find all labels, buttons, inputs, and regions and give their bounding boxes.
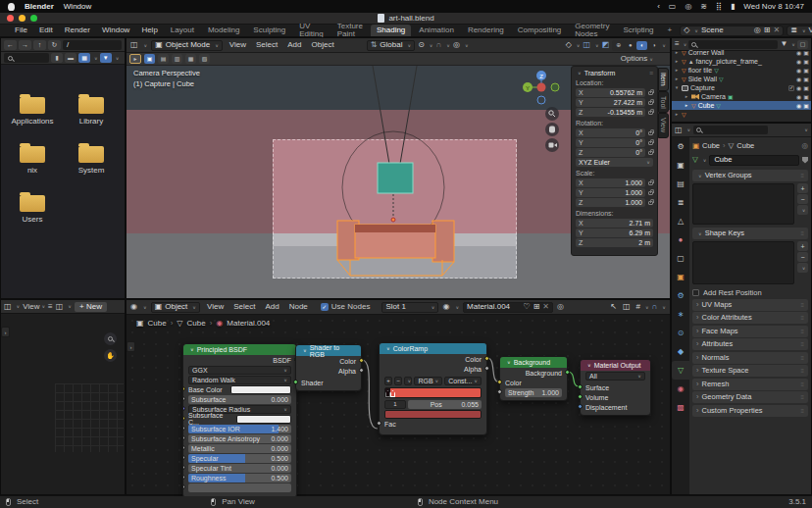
eye-icon[interactable]: ◉ <box>796 94 801 100</box>
panel-color-attributes[interactable]: ›Color Attributes≡ <box>692 312 808 324</box>
path-field[interactable]: / <box>63 40 122 50</box>
shading-solid-button[interactable]: ● <box>625 41 635 50</box>
dimensions-z-field[interactable]: Z2 m <box>576 238 653 247</box>
menu-file[interactable]: File <box>10 26 32 34</box>
menu-render[interactable]: Render <box>60 26 95 34</box>
outliner-row-camera[interactable]: ▸ Camera▣ ◉▣ <box>672 92 811 101</box>
tab-object[interactable]: ▣ <box>672 268 689 286</box>
copy-scene-icon[interactable]: ⊞ <box>764 26 771 34</box>
workspace-tab-animation[interactable]: Animation <box>413 25 460 36</box>
select-mode-invert-button[interactable]: ▦ <box>185 54 196 64</box>
slot-dropdown[interactable]: Slot 1∨ <box>381 302 438 313</box>
outliner-search-input[interactable] <box>688 40 778 49</box>
display-thumbnail-button[interactable]: ▦ <box>78 53 90 63</box>
outliner-row-cube-selected[interactable]: ▸▽ Cube▽ ◉▣ <box>672 101 811 110</box>
menu-window[interactable]: Window <box>97 26 134 34</box>
panel-custom-properties[interactable]: ›Custom Properties≡ <box>692 405 808 417</box>
roughness-slider[interactable]: Roughness0.500 <box>188 474 291 483</box>
toggle-xray-icon[interactable]: ◩ <box>599 41 613 49</box>
show-overlays-icon[interactable]: ◫ <box>581 41 594 49</box>
toolbar-toggle-arrow[interactable]: › <box>1 327 10 337</box>
subsurface-method-dropdown[interactable]: Random Walk∨ <box>188 376 291 384</box>
show-gizmo-icon[interactable]: ◇ <box>563 41 575 49</box>
pin-icon[interactable]: ◎ <box>801 142 808 150</box>
refresh-button[interactable]: ↻ <box>48 40 61 50</box>
eye-icon[interactable]: ◉ <box>796 68 801 74</box>
interpolation-dropdown[interactable]: Const...∨ <box>444 377 482 385</box>
workspace-tab-scripting[interactable]: Scripting <box>617 25 659 36</box>
scale-z-field[interactable]: Z1.000 <box>576 198 645 207</box>
workspace-tab-sculpting[interactable]: Sculpting <box>247 25 291 36</box>
delete-scene-icon[interactable]: ✕ <box>774 26 781 34</box>
status-icon-record[interactable]: ◎ <box>685 3 691 11</box>
folder-library[interactable]: Library <box>66 97 117 126</box>
hamburger-menu-icon[interactable]: ≡ <box>48 303 53 311</box>
viewport-menu-add[interactable]: Add <box>284 41 304 49</box>
folder-users[interactable]: Users <box>7 195 58 224</box>
pivot-point-icon[interactable]: ⊙ <box>415 41 428 49</box>
clipped-slider[interactable] <box>188 483 291 492</box>
collection-checkbox[interactable]: ✓ <box>788 85 794 91</box>
parent-node-tree-icon[interactable]: ↖ <box>607 303 620 311</box>
display-vertical-list-button[interactable]: ▮ <box>51 53 63 63</box>
subsurface-anisotropy-slider[interactable]: Subsurface Anisotropy0.000 <box>188 434 291 443</box>
location-z-field[interactable]: Z-0.15455 m <box>576 108 645 117</box>
eye-icon[interactable]: ◉ <box>796 59 801 65</box>
panel-geometry-data[interactable]: ›Geometry Data≡ <box>692 391 808 403</box>
render-visibility-icon[interactable]: ▣ <box>803 85 809 91</box>
shader-overlays-icon[interactable]: ◫ <box>620 303 634 311</box>
workspace-tab-shading[interactable]: Shading <box>371 25 411 36</box>
tab-object-data[interactable]: ▽ <box>672 361 689 380</box>
viewport-nav-buttons[interactable] <box>545 107 559 152</box>
eye-icon[interactable]: ◉ <box>796 76 801 82</box>
editor-type-icon[interactable]: ◫ <box>4 303 12 311</box>
file-search-input[interactable] <box>4 53 49 63</box>
tab-physics[interactable]: ⊙ <box>672 324 689 342</box>
render-visibility-icon[interactable]: ▣ <box>803 59 809 65</box>
shader-menu-node[interactable]: Node <box>286 303 311 311</box>
editor-type-icon[interactable]: ◫ <box>130 41 138 49</box>
lock-icon[interactable] <box>648 191 653 195</box>
location-x-field[interactable]: X0.55762 m <box>576 88 645 97</box>
outliner-row-side-wall[interactable]: ▸▽ Side Wall▽ ◉▣ <box>672 75 811 83</box>
outliner-row-clipped[interactable]: ▸▽ <box>672 110 811 119</box>
browse-image-icon[interactable]: ◫ <box>56 303 64 311</box>
active-stop-color-swatch[interactable] <box>384 410 482 419</box>
menu-help[interactable]: Help <box>136 26 162 34</box>
lock-icon[interactable] <box>648 181 653 185</box>
menubar-app-name[interactable]: Blender <box>25 3 54 11</box>
strength-field[interactable]: Strength1.000 <box>505 388 562 397</box>
fake-user-icon[interactable]: ♡ <box>523 303 530 311</box>
tab-view-layer[interactable]: ≣ <box>672 193 689 212</box>
breadcrumb-object[interactable]: Cube <box>148 320 167 328</box>
ramp-specials-button[interactable]: ∨ <box>404 377 412 385</box>
shading-wireframe-button[interactable]: ⊕ <box>613 41 624 50</box>
panel-attributes[interactable]: ›Attributes≡ <box>692 338 808 350</box>
material-name-field[interactable]: Material.004 ♡ ⊞ ✕ <box>463 302 553 313</box>
tab-material[interactable]: ◉ <box>672 380 689 398</box>
subsurface-ior-slider[interactable]: Subsurface IOR1.400 <box>188 425 291 433</box>
viewport-menu-select[interactable]: Select <box>253 41 280 49</box>
shape-key-specials-button[interactable]: ∨ <box>797 263 808 273</box>
lock-icon[interactable] <box>648 151 653 155</box>
dimensions-y-field[interactable]: Y6.29 m <box>576 229 653 237</box>
outliner-row-fancy-picture-frame[interactable]: ▸▽ ▲ fancy_picture_frame_ ◉▣ <box>672 57 811 66</box>
tab-world[interactable]: ● <box>672 230 689 249</box>
vertex-group-specials-button[interactable]: ∨ <box>797 205 808 215</box>
tab-particles[interactable]: ∗ <box>672 305 689 324</box>
image-editor-grid[interactable] <box>55 383 124 452</box>
shader-type-dropdown[interactable]: ▣Object∨ <box>151 302 200 313</box>
eye-icon[interactable]: ◉ <box>796 85 801 91</box>
workspace-tab-modeling[interactable]: Modeling <box>202 25 245 36</box>
base-color-swatch[interactable] <box>230 385 291 394</box>
folder-system[interactable]: System <box>66 146 117 175</box>
target-dropdown[interactable]: All∨ <box>585 372 645 381</box>
menu-edit[interactable]: Edit <box>34 26 58 34</box>
shader-menu-add[interactable]: Add <box>262 303 281 311</box>
tab-scene[interactable]: △ <box>672 212 689 230</box>
outliner-filter-icon[interactable]: ▼ <box>780 40 787 48</box>
filter-funnel-button[interactable]: ▼ <box>100 53 112 63</box>
outliner-row-floor-tile[interactable]: ▸▽ floor tile▽ ◉▣ <box>672 66 811 75</box>
panel-remesh[interactable]: ›Remesh≡ <box>692 379 808 390</box>
shading-rendered-button[interactable]: ◑ <box>648 41 659 50</box>
